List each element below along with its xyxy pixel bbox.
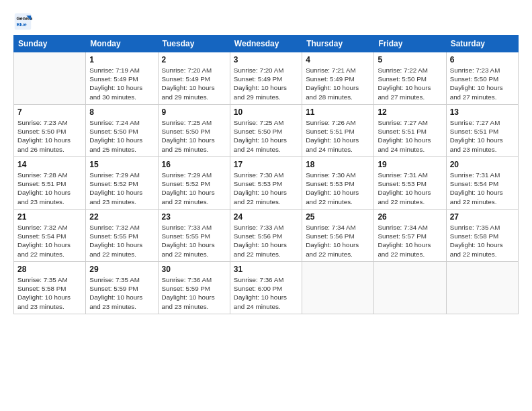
day-number: 13 [450,107,515,117]
calendar-cell: 8Sunrise: 7:24 AM Sunset: 5:50 PM Daylig… [86,105,158,157]
calendar-week-row: 1Sunrise: 7:19 AM Sunset: 5:49 PM Daylig… [14,52,519,105]
day-number: 5 [378,55,442,64]
day-info: Sunrise: 7:23 AM Sunset: 5:50 PM Dayligh… [450,66,515,101]
day-info: Sunrise: 7:32 AM Sunset: 5:55 PM Dayligh… [89,223,154,259]
weekday-header-sunday: Sunday [14,36,86,52]
day-info: Sunrise: 7:29 AM Sunset: 5:52 PM Dayligh… [89,171,154,206]
calendar-cell: 10Sunrise: 7:25 AM Sunset: 5:50 PM Dayli… [230,105,302,157]
calendar-week-row: 7Sunrise: 7:23 AM Sunset: 5:50 PM Daylig… [14,105,519,157]
calendar-cell: 13Sunrise: 7:27 AM Sunset: 5:51 PM Dayli… [446,105,518,157]
day-info: Sunrise: 7:23 AM Sunset: 5:50 PM Dayligh… [17,118,82,154]
day-info: Sunrise: 7:26 AM Sunset: 5:51 PM Dayligh… [306,118,370,154]
day-info: Sunrise: 7:19 AM Sunset: 5:49 PM Dayligh… [89,66,154,101]
calendar-cell: 6Sunrise: 7:23 AM Sunset: 5:50 PM Daylig… [446,52,518,105]
weekday-header-tuesday: Tuesday [158,36,230,52]
weekday-header-row: SundayMondayTuesdayWednesdayThursdayFrid… [14,36,519,52]
calendar-week-row: 21Sunrise: 7:32 AM Sunset: 5:54 PM Dayli… [14,210,519,262]
day-info: Sunrise: 7:35 AM Sunset: 5:58 PM Dayligh… [17,275,82,311]
day-number: 17 [234,160,298,169]
day-info: Sunrise: 7:34 AM Sunset: 5:56 PM Dayligh… [306,223,370,259]
day-number: 24 [234,212,298,222]
calendar-cell [374,262,446,314]
calendar-cell [14,52,86,105]
calendar-cell: 28Sunrise: 7:35 AM Sunset: 5:58 PM Dayli… [14,262,86,314]
day-info: Sunrise: 7:27 AM Sunset: 5:51 PM Dayligh… [378,118,442,154]
logo-icon: General Blue [13,12,32,31]
day-number: 8 [89,107,154,117]
calendar-cell: 1Sunrise: 7:19 AM Sunset: 5:49 PM Daylig… [86,52,158,105]
day-info: Sunrise: 7:24 AM Sunset: 5:50 PM Dayligh… [89,118,154,154]
day-info: Sunrise: 7:25 AM Sunset: 5:50 PM Dayligh… [162,118,226,154]
calendar-cell: 23Sunrise: 7:33 AM Sunset: 5:55 PM Dayli… [158,210,230,262]
day-number: 15 [89,160,154,169]
calendar-cell: 12Sunrise: 7:27 AM Sunset: 5:51 PM Dayli… [374,105,446,157]
page-container: General Blue SundayMondayTuesdayWednesda… [0,0,532,411]
day-number: 14 [17,160,82,169]
svg-text:Blue: Blue [16,22,26,27]
day-info: Sunrise: 7:33 AM Sunset: 5:55 PM Dayligh… [162,223,226,259]
calendar-cell: 9Sunrise: 7:25 AM Sunset: 5:50 PM Daylig… [158,105,230,157]
weekday-header-wednesday: Wednesday [230,36,302,52]
day-info: Sunrise: 7:29 AM Sunset: 5:52 PM Dayligh… [162,171,226,206]
calendar-cell: 15Sunrise: 7:29 AM Sunset: 5:52 PM Dayli… [86,157,158,210]
day-info: Sunrise: 7:35 AM Sunset: 5:59 PM Dayligh… [89,275,154,311]
calendar-week-row: 28Sunrise: 7:35 AM Sunset: 5:58 PM Dayli… [14,262,519,314]
day-number: 20 [450,160,515,169]
day-info: Sunrise: 7:20 AM Sunset: 5:49 PM Dayligh… [162,66,226,101]
calendar-cell: 29Sunrise: 7:35 AM Sunset: 5:59 PM Dayli… [86,262,158,314]
day-number: 7 [17,107,82,117]
day-number: 19 [378,160,442,169]
calendar-cell: 17Sunrise: 7:30 AM Sunset: 5:53 PM Dayli… [230,157,302,210]
day-number: 28 [17,265,82,274]
calendar-cell: 11Sunrise: 7:26 AM Sunset: 5:51 PM Dayli… [302,105,374,157]
weekday-header-monday: Monday [86,36,158,52]
day-number: 1 [89,55,154,64]
day-info: Sunrise: 7:36 AM Sunset: 6:00 PM Dayligh… [234,275,298,311]
calendar-table: SundayMondayTuesdayWednesdayThursdayFrid… [13,35,519,314]
day-number: 16 [162,160,226,169]
day-number: 12 [378,107,442,117]
calendar-cell: 7Sunrise: 7:23 AM Sunset: 5:50 PM Daylig… [14,105,86,157]
day-number: 4 [306,55,370,64]
calendar-cell: 18Sunrise: 7:30 AM Sunset: 5:53 PM Dayli… [302,157,374,210]
calendar-cell: 14Sunrise: 7:28 AM Sunset: 5:51 PM Dayli… [14,157,86,210]
day-number: 10 [234,107,298,117]
calendar-cell: 27Sunrise: 7:35 AM Sunset: 5:58 PM Dayli… [446,210,518,262]
day-info: Sunrise: 7:20 AM Sunset: 5:49 PM Dayligh… [234,66,298,101]
day-info: Sunrise: 7:27 AM Sunset: 5:51 PM Dayligh… [450,118,515,154]
calendar-cell: 24Sunrise: 7:33 AM Sunset: 5:56 PM Dayli… [230,210,302,262]
day-info: Sunrise: 7:36 AM Sunset: 5:59 PM Dayligh… [162,275,226,311]
calendar-cell: 26Sunrise: 7:34 AM Sunset: 5:57 PM Dayli… [374,210,446,262]
day-info: Sunrise: 7:22 AM Sunset: 5:50 PM Dayligh… [378,66,442,101]
weekday-header-friday: Friday [374,36,446,52]
day-info: Sunrise: 7:33 AM Sunset: 5:56 PM Dayligh… [234,223,298,259]
calendar-cell: 3Sunrise: 7:20 AM Sunset: 5:49 PM Daylig… [230,52,302,105]
day-info: Sunrise: 7:28 AM Sunset: 5:51 PM Dayligh… [17,171,82,206]
day-number: 11 [306,107,370,117]
calendar-cell: 19Sunrise: 7:31 AM Sunset: 5:53 PM Dayli… [374,157,446,210]
day-info: Sunrise: 7:31 AM Sunset: 5:54 PM Dayligh… [450,171,515,206]
header: General Blue [13,12,519,31]
day-number: 29 [89,265,154,274]
calendar-cell: 30Sunrise: 7:36 AM Sunset: 5:59 PM Dayli… [158,262,230,314]
calendar-cell: 31Sunrise: 7:36 AM Sunset: 6:00 PM Dayli… [230,262,302,314]
calendar-cell [302,262,374,314]
weekday-header-saturday: Saturday [446,36,518,52]
day-number: 3 [234,55,298,64]
day-info: Sunrise: 7:32 AM Sunset: 5:54 PM Dayligh… [17,223,82,259]
calendar-week-row: 14Sunrise: 7:28 AM Sunset: 5:51 PM Dayli… [14,157,519,210]
day-info: Sunrise: 7:31 AM Sunset: 5:53 PM Dayligh… [378,171,442,206]
day-number: 21 [17,212,82,222]
calendar-cell: 22Sunrise: 7:32 AM Sunset: 5:55 PM Dayli… [86,210,158,262]
day-number: 22 [89,212,154,222]
day-number: 26 [378,212,442,222]
day-number: 25 [306,212,370,222]
day-number: 31 [234,265,298,274]
calendar-cell: 25Sunrise: 7:34 AM Sunset: 5:56 PM Dayli… [302,210,374,262]
calendar-cell: 2Sunrise: 7:20 AM Sunset: 5:49 PM Daylig… [158,52,230,105]
logo: General Blue [13,12,35,31]
day-info: Sunrise: 7:35 AM Sunset: 5:58 PM Dayligh… [450,223,515,259]
day-number: 18 [306,160,370,169]
day-info: Sunrise: 7:25 AM Sunset: 5:50 PM Dayligh… [234,118,298,154]
day-number: 30 [162,265,226,274]
